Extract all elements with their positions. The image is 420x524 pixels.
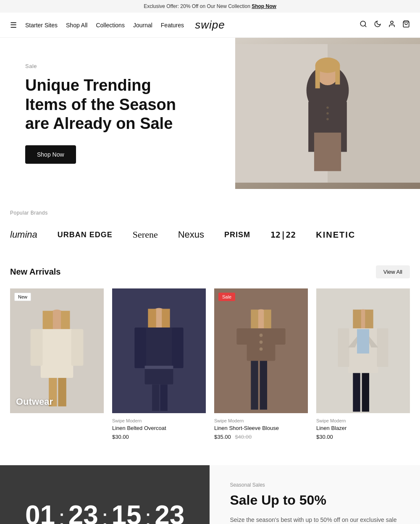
product-img-placeholder-4	[316, 288, 410, 413]
svg-rect-11	[315, 65, 320, 88]
svg-rect-29	[148, 309, 156, 330]
announcement-link[interactable]: Shop Now	[252, 3, 276, 9]
brands-section: Popular Brands lumina URBAN EDGE Serene …	[0, 189, 420, 257]
brand-prism[interactable]: PRISM	[224, 231, 250, 239]
seasonal-label: Seasonal Sales	[230, 482, 400, 488]
svg-rect-33	[172, 328, 183, 368]
header-left: ☰ Starter Sites Shop All Collections Jou…	[10, 21, 360, 30]
svg-rect-30	[162, 309, 170, 328]
timer-days: 01	[25, 502, 55, 524]
seasonal-description: Seize the season's best with up to 50% o…	[230, 515, 400, 524]
product-card-overcoat[interactable]: Swipe Modern Linen Belted Overcoat $30.0…	[112, 288, 206, 440]
svg-point-46	[260, 347, 263, 351]
new-arrivals-title: New Arrivals	[10, 267, 60, 277]
product-card-blazer[interactable]: Swipe Modern Linen Blazer $30.00	[316, 288, 410, 440]
product-name-2: Linen Belted Overcoat	[112, 425, 206, 431]
svg-point-15	[326, 107, 329, 109]
brand-lumina[interactable]: lumina	[10, 229, 37, 240]
hero-label: Sale	[25, 63, 37, 69]
countdown-right: Seasonal Sales Sale Up to 50% Seize the …	[210, 465, 420, 524]
new-arrivals-header: New Arrivals View All	[10, 265, 410, 278]
svg-point-44	[260, 334, 263, 337]
product-card-blouse[interactable]: Sale	[214, 288, 308, 440]
cart-icon[interactable]	[402, 20, 410, 30]
svg-point-2	[391, 21, 393, 24]
product-img-placeholder-3	[214, 288, 308, 413]
product-price-4: $30.00	[316, 434, 410, 440]
search-icon[interactable]	[360, 20, 367, 30]
products-grid: New Outwear	[10, 288, 410, 440]
theme-toggle-icon[interactable]	[374, 20, 381, 30]
svg-rect-23	[31, 329, 43, 366]
main-nav: Starter Sites Shop All Collections Journ…	[25, 22, 184, 29]
svg-rect-35	[152, 385, 159, 411]
svg-rect-54	[338, 328, 349, 367]
svg-rect-52	[365, 309, 373, 330]
product-badge-sale: Sale	[218, 293, 235, 301]
product-original-price-3: $40.00	[235, 434, 252, 440]
product-price-value-2: $30.00	[112, 434, 129, 440]
product-image-overcoat	[112, 288, 206, 413]
product-price-2: $30.00	[112, 434, 206, 440]
brand-nexus[interactable]: Nexus	[178, 229, 204, 240]
svg-rect-48	[260, 361, 267, 409]
announcement-text: Exclusive Offer: 20% Off on Our New Coll…	[144, 3, 250, 9]
svg-rect-13	[314, 133, 328, 171]
product-price-3: $35.00 $40.00	[214, 434, 308, 440]
timer-sep-3: :	[145, 506, 152, 524]
product-card-outwear[interactable]: New Outwear	[10, 288, 104, 440]
brand-twelve-twenty-two[interactable]: 12|22	[270, 230, 296, 240]
svg-rect-51	[353, 309, 361, 330]
hero-section: Sale Unique Trending Items of the Season…	[0, 38, 420, 189]
hamburger-icon[interactable]: ☰	[10, 21, 17, 30]
timer-seconds: 23	[155, 502, 184, 524]
hero-image-placeholder	[235, 38, 420, 189]
brand-serene[interactable]: Serene	[133, 229, 158, 240]
nav-item-starter-sites[interactable]: Starter Sites	[25, 22, 58, 29]
product-img-placeholder-1	[10, 288, 104, 413]
product-brand-2: Swipe Modern	[112, 418, 206, 423]
site-logo[interactable]: swipe	[195, 18, 225, 31]
nav-item-journal[interactable]: Journal	[133, 22, 152, 29]
hero-title: Unique Trending Items of the Season are …	[25, 76, 185, 134]
svg-rect-39	[251, 309, 258, 330]
product-price-value-3: $35.00	[214, 434, 231, 440]
timer-sep-2: :	[102, 506, 108, 524]
nav-item-collections[interactable]: Collections	[96, 22, 124, 29]
seasonal-title: Sale Up to 50%	[230, 492, 400, 508]
product-brand-3: Swipe Modern	[214, 418, 308, 423]
svg-rect-60	[362, 373, 369, 411]
announcement-bar: Exclusive Offer: 20% Off on Our New Coll…	[0, 0, 420, 13]
timer-block-days: 01 Days	[25, 502, 55, 524]
svg-rect-21	[61, 311, 70, 331]
brand-kinetic[interactable]: KINETIC	[316, 230, 355, 240]
countdown-left: 01 Days : 23 Hours : 15 Minutes : 23 Sec…	[0, 465, 210, 524]
svg-rect-58	[357, 329, 369, 354]
new-arrivals-section: New Arrivals View All New	[0, 257, 420, 457]
product-image-blouse: Sale	[214, 288, 308, 413]
svg-rect-43	[274, 328, 285, 345]
svg-rect-41	[247, 328, 276, 361]
product-image-outwear: New Outwear	[10, 288, 104, 413]
svg-rect-12	[335, 65, 340, 84]
svg-rect-34	[145, 366, 173, 369]
hero-shop-now-button[interactable]: Shop Now	[25, 145, 76, 164]
timer-hours: 23	[68, 502, 98, 524]
svg-rect-32	[134, 328, 146, 368]
product-name-3: Linen Short-Sleeve Blouse	[214, 425, 308, 431]
product-label-overlay: Outwear	[16, 396, 53, 407]
nav-item-features[interactable]: Features	[161, 22, 184, 29]
svg-point-16	[326, 112, 329, 115]
svg-rect-24	[71, 329, 83, 366]
nav-item-shop-all[interactable]: Shop All	[66, 22, 87, 29]
brand-urban-edge[interactable]: URBAN EDGE	[58, 231, 113, 239]
svg-rect-36	[160, 385, 167, 411]
timer-block-minutes: 15 Minutes	[112, 502, 142, 524]
svg-rect-42	[236, 328, 248, 345]
svg-line-1	[365, 25, 366, 26]
account-icon[interactable]	[388, 20, 396, 30]
view-all-button[interactable]: View All	[376, 265, 410, 278]
timer-block-seconds: 23 Seconds	[155, 502, 184, 524]
svg-point-45	[260, 341, 263, 344]
hero-image	[235, 38, 420, 189]
